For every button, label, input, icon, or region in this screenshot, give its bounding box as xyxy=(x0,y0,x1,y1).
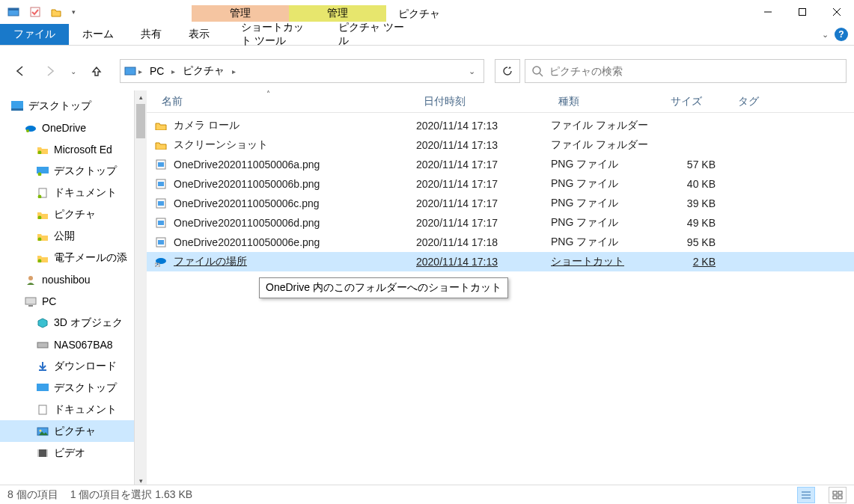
folder-icon xyxy=(154,119,168,132)
ribbon-expand-icon[interactable]: ⌄ xyxy=(822,30,829,40)
qat-newfolder-button[interactable] xyxy=(46,0,66,24)
scroll-up-icon[interactable]: ▴ xyxy=(135,90,147,104)
qat-customize-dropdown[interactable]: ▾ xyxy=(67,0,79,24)
svg-rect-4 xyxy=(799,9,806,16)
view-thumbnails-button[interactable] xyxy=(829,487,847,503)
column-headers: ˄ 名前 日付時刻 種類 サイズ タグ xyxy=(147,90,854,113)
nav-item-pc-videos[interactable]: ビデオ xyxy=(0,442,147,464)
system-menu-icon[interactable] xyxy=(6,4,21,19)
minimize-button[interactable] xyxy=(751,0,785,24)
folder-icon xyxy=(36,143,49,156)
nav-item-pc-pictures[interactable]: ピクチャ xyxy=(0,420,147,442)
svg-rect-2 xyxy=(31,7,40,16)
drive-icon xyxy=(36,338,49,351)
column-header-date[interactable]: 日付時刻 xyxy=(416,90,551,112)
tooltip: OneDrive 内のこのフォルダーへのショートカット xyxy=(259,277,508,298)
breadcrumb-sep-icon[interactable]: ▸ xyxy=(137,67,144,76)
onedrive-icon xyxy=(24,121,37,135)
nav-item-onedrive[interactable]: OneDrive xyxy=(0,117,147,138)
ribbon-tab-share[interactable]: 共有 xyxy=(127,24,175,45)
folder-icon xyxy=(36,230,49,243)
image-file-icon xyxy=(154,158,168,171)
address-bar[interactable]: ▸ PC ▸ ピクチャ ▸ ⌄ xyxy=(120,59,484,83)
desktop-icon xyxy=(36,381,49,395)
svg-rect-11 xyxy=(11,108,23,111)
nav-item-od-email[interactable]: 電子メールの添 xyxy=(0,247,147,268)
nav-item-3d-objects[interactable]: 3D オブジェク xyxy=(0,312,147,334)
column-header-name[interactable]: 名前 xyxy=(154,90,416,112)
desktop-icon xyxy=(10,99,24,113)
nav-history-dropdown[interactable]: ⌄ xyxy=(67,61,79,82)
svg-rect-7 xyxy=(125,67,135,75)
ribbon-tab-home[interactable]: ホーム xyxy=(69,24,127,45)
nav-up-button[interactable] xyxy=(84,61,109,82)
nav-scrollbar[interactable]: ▴ ▾ xyxy=(134,90,147,488)
context-tab-group-shortcut: 管理 xyxy=(192,5,289,22)
context-tab-group-picture: 管理 xyxy=(289,5,386,22)
list-item[interactable]: OneDrive2020110050006b.png 2020/11/14 17… xyxy=(147,174,854,194)
file-list: カメラ ロール 2020/11/14 17:13 ファイル フォルダー スクリー… xyxy=(147,113,854,274)
column-header-type[interactable]: 種類 xyxy=(551,90,663,112)
scroll-thumb[interactable] xyxy=(136,104,145,138)
desktop-icon xyxy=(36,165,49,178)
search-box[interactable] xyxy=(525,59,847,83)
folder-icon xyxy=(154,138,168,152)
list-item[interactable]: OneDrive2020110050006d.png 2020/11/14 17… xyxy=(147,213,854,233)
image-file-icon xyxy=(154,177,168,191)
ribbon-tab-shortcut-tools[interactable]: ショートカット ツール xyxy=(228,24,325,45)
column-header-size[interactable]: サイズ xyxy=(663,90,731,112)
downloads-icon xyxy=(36,360,49,373)
svg-rect-49 xyxy=(838,491,842,494)
breadcrumb-pc[interactable]: PC xyxy=(144,60,170,82)
nav-item-od-pictures[interactable]: ピクチャ xyxy=(0,203,147,225)
breadcrumb-pictures[interactable]: ピクチャ xyxy=(177,60,231,82)
breadcrumb-sep-icon[interactable]: ▸ xyxy=(170,67,177,76)
breadcrumb-sep-icon[interactable]: ▸ xyxy=(231,67,237,76)
list-item[interactable]: スクリーンショット 2020/11/14 17:13 ファイル フォルダー xyxy=(147,135,854,155)
nav-item-pc-desktop[interactable]: デスクトップ xyxy=(0,377,147,399)
nav-item-pc[interactable]: PC xyxy=(0,290,147,312)
nav-back-button[interactable] xyxy=(7,61,33,82)
nav-item-ms-edge[interactable]: Microsoft Ed xyxy=(0,138,147,160)
address-folder-icon xyxy=(123,64,137,78)
svg-line-9 xyxy=(540,73,543,76)
list-item-selected[interactable]: ファイルの場所 2020/11/14 17:13 ショートカット 2 KB xyxy=(147,252,854,271)
list-item[interactable]: OneDrive2020110050006e.png 2020/11/14 17… xyxy=(147,233,854,252)
videos-icon xyxy=(36,446,49,460)
nav-item-od-documents[interactable]: ドキュメント xyxy=(0,182,147,203)
ribbon-tab-file[interactable]: ファイル xyxy=(0,24,69,45)
status-bar: 8 個の項目 1 個の項目を選択 1.63 KB xyxy=(0,485,854,504)
maximize-button[interactable] xyxy=(785,0,820,24)
search-input[interactable] xyxy=(549,65,840,77)
svg-rect-51 xyxy=(838,496,842,499)
svg-rect-24 xyxy=(28,305,33,307)
view-details-button[interactable] xyxy=(797,487,815,503)
help-icon[interactable]: ? xyxy=(835,28,848,41)
svg-rect-38 xyxy=(158,201,164,206)
pc-icon xyxy=(24,295,37,308)
image-file-icon xyxy=(154,197,168,210)
qat-properties-button[interactable] xyxy=(25,0,45,24)
address-history-dropdown[interactable]: ⌄ xyxy=(463,60,481,82)
list-item[interactable]: OneDrive2020110050006c.png 2020/11/14 17… xyxy=(147,194,854,213)
nav-item-noushibou[interactable]: noushibou xyxy=(0,268,147,290)
nav-item-pc-documents[interactable]: ドキュメント xyxy=(0,399,147,420)
nav-item-od-public[interactable]: 公開 xyxy=(0,225,147,247)
refresh-button[interactable] xyxy=(495,59,520,83)
ribbon-tab-picture-tools[interactable]: ピクチャ ツール xyxy=(325,24,422,45)
nav-item-desktop[interactable]: デスクトップ xyxy=(0,95,147,117)
nav-item-od-desktop[interactable]: デスクトップ xyxy=(0,160,147,182)
list-item[interactable]: OneDrive2020110050006a.png 2020/11/14 17… xyxy=(147,155,854,174)
svg-rect-1 xyxy=(8,8,19,10)
column-header-tag[interactable]: タグ xyxy=(731,90,790,112)
documents-icon xyxy=(36,403,49,417)
list-item[interactable]: カメラ ロール 2020/11/14 17:13 ファイル フォルダー xyxy=(147,116,854,135)
nav-item-downloads[interactable]: ダウンロード xyxy=(0,355,147,377)
nav-forward-button[interactable] xyxy=(37,61,63,82)
close-button[interactable] xyxy=(820,0,854,24)
ribbon-tab-view[interactable]: 表示 xyxy=(175,24,223,45)
svg-point-8 xyxy=(533,67,540,74)
svg-rect-27 xyxy=(39,405,46,414)
documents-icon xyxy=(36,186,49,200)
nav-item-nas[interactable]: NAS067BA8 xyxy=(0,334,147,355)
